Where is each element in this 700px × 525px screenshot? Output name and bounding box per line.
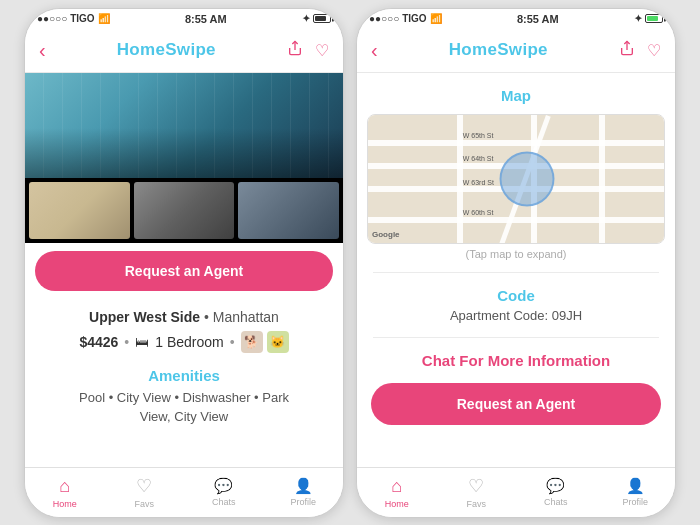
bed-icon: 🛏 bbox=[135, 334, 149, 350]
google-logo: Google bbox=[372, 230, 400, 239]
tab-home-label-2: Home bbox=[385, 499, 409, 509]
status-left-1: ●●○○○ TIGO 📶 bbox=[37, 13, 110, 24]
chat-link[interactable]: Chat For More Information bbox=[357, 342, 675, 379]
map-section-header: Map bbox=[357, 73, 675, 114]
tab-profile-2[interactable]: 👤 Profile bbox=[596, 477, 676, 507]
share-icon-1[interactable] bbox=[287, 40, 303, 60]
bluetooth-icon-2: ✦ bbox=[634, 13, 642, 24]
thumb-1 bbox=[29, 182, 130, 239]
street-label-3: W 63rd St bbox=[463, 179, 494, 186]
city: Manhattan bbox=[213, 309, 279, 325]
phone-2: ●●○○○ TIGO 📶 8:55 AM ✦ ‹ HomeSwipe bbox=[356, 8, 676, 518]
nav-actions-1: ♡ bbox=[287, 40, 329, 60]
cat-badge: 🐱 bbox=[267, 331, 289, 353]
tab-favs-label-2: Favs bbox=[466, 499, 486, 509]
content-2: Map W 65th St W 64th St bbox=[357, 73, 675, 467]
status-left-2: ●●○○○ TIGO 📶 bbox=[369, 13, 442, 24]
map-highlight-circle bbox=[500, 151, 555, 206]
chats-icon-1: 💬 bbox=[214, 477, 233, 495]
battery-fill-2 bbox=[647, 16, 658, 21]
listing-info: Upper West Side • Manhattan $4426 • 🛏 1 … bbox=[25, 299, 343, 359]
nav-bar-1: ‹ HomeSwipe ♡ bbox=[25, 29, 343, 73]
tab-chats-1[interactable]: 💬 Chats bbox=[184, 477, 264, 507]
map-title: Map bbox=[373, 87, 659, 104]
tab-chats-label-1: Chats bbox=[212, 497, 236, 507]
road-h-1 bbox=[368, 140, 664, 146]
tab-favs-1[interactable]: ♡ Favs bbox=[105, 475, 185, 509]
request-agent-btn-2[interactable]: Request an Agent bbox=[371, 383, 661, 425]
tab-home-1[interactable]: ⌂ Home bbox=[25, 476, 105, 509]
apt-code: Apartment Code: 09JH bbox=[373, 308, 659, 323]
content-1: Request an Agent Upper West Side • Manha… bbox=[25, 73, 343, 467]
favs-icon-1: ♡ bbox=[136, 475, 152, 497]
thumbnail-row bbox=[25, 178, 343, 243]
pet-icons: 🐕 🐱 bbox=[241, 331, 289, 353]
home-icon-2: ⌂ bbox=[391, 476, 402, 497]
heart-icon-2[interactable]: ♡ bbox=[647, 41, 661, 60]
time-2: 8:55 AM bbox=[517, 13, 559, 25]
tab-profile-label-2: Profile bbox=[622, 497, 648, 507]
code-section: Code Apartment Code: 09JH bbox=[357, 277, 675, 333]
tab-favs-2[interactable]: ♡ Favs bbox=[437, 475, 517, 509]
home-icon-1: ⌂ bbox=[59, 476, 70, 497]
tab-chats-2[interactable]: 💬 Chats bbox=[516, 477, 596, 507]
status-bar-1: ●●○○○ TIGO 📶 8:55 AM ✦ bbox=[25, 9, 343, 29]
street-label-4: W 60th St bbox=[463, 209, 494, 216]
bluetooth-icon-1: ✦ bbox=[302, 13, 310, 24]
request-agent-btn-1[interactable]: Request an Agent bbox=[35, 251, 333, 291]
thumb-3 bbox=[238, 182, 339, 239]
price: $4426 bbox=[79, 334, 118, 350]
battery-fill-1 bbox=[315, 16, 326, 21]
favs-icon-2: ♡ bbox=[468, 475, 484, 497]
pool-photo bbox=[25, 73, 343, 178]
status-right-1: ✦ bbox=[302, 13, 331, 24]
tab-home-label-1: Home bbox=[53, 499, 77, 509]
tab-bar-2: ⌂ Home ♡ Favs 💬 Chats 👤 Profile bbox=[357, 467, 675, 517]
chats-icon-2: 💬 bbox=[546, 477, 565, 495]
amenities-text: Pool • City View • Dishwasher • ParkView… bbox=[41, 388, 327, 427]
map-container[interactable]: W 65th St W 64th St W 63rd St W 60th St … bbox=[367, 114, 665, 244]
map-bg: W 65th St W 64th St W 63rd St W 60th St … bbox=[368, 115, 664, 243]
back-button-2[interactable]: ‹ bbox=[371, 39, 378, 62]
map-tap-hint: (Tap map to expand) bbox=[357, 244, 675, 268]
bullet-2: • bbox=[230, 334, 235, 350]
thumb-2 bbox=[134, 182, 235, 239]
wifi-icon-2: 📶 bbox=[430, 13, 442, 24]
road-v-3 bbox=[599, 115, 605, 243]
heart-icon-1[interactable]: ♡ bbox=[315, 41, 329, 60]
bedrooms: 1 Bedroom bbox=[155, 334, 223, 350]
carrier-1: TIGO bbox=[70, 13, 94, 24]
battery-1 bbox=[313, 14, 331, 23]
tab-profile-1[interactable]: 👤 Profile bbox=[264, 477, 344, 507]
back-button-1[interactable]: ‹ bbox=[39, 39, 46, 62]
share-icon-2[interactable] bbox=[619, 40, 635, 60]
phone-1: ●●○○○ TIGO 📶 8:55 AM ✦ ‹ HomeSwipe bbox=[24, 8, 344, 518]
road-h-4 bbox=[368, 217, 664, 223]
tab-profile-label-1: Profile bbox=[290, 497, 316, 507]
hero-image-1 bbox=[25, 73, 343, 243]
tab-favs-label-1: Favs bbox=[134, 499, 154, 509]
neighborhood: Upper West Side bbox=[89, 309, 200, 325]
app-title-1: HomeSwipe bbox=[117, 40, 216, 60]
location-sep: • bbox=[204, 309, 213, 325]
time-1: 8:55 AM bbox=[185, 13, 227, 25]
street-label-2: W 64th St bbox=[463, 155, 494, 162]
listing-location: Upper West Side • Manhattan bbox=[41, 309, 327, 325]
tab-bar-1: ⌂ Home ♡ Favs 💬 Chats 👤 Profile bbox=[25, 467, 343, 517]
app-title-2: HomeSwipe bbox=[449, 40, 548, 60]
status-right-2: ✦ bbox=[634, 13, 663, 24]
profile-icon-2: 👤 bbox=[626, 477, 645, 495]
phones-container: ●●○○○ TIGO 📶 8:55 AM ✦ ‹ HomeSwipe bbox=[24, 8, 676, 518]
nav-bar-2: ‹ HomeSwipe ♡ bbox=[357, 29, 675, 73]
amenities-title: Amenities bbox=[41, 367, 327, 384]
tab-chats-label-2: Chats bbox=[544, 497, 568, 507]
amenities-section: Amenities Pool • City View • Dishwasher … bbox=[25, 359, 343, 435]
signal-dots-1: ●●○○○ bbox=[37, 13, 67, 24]
battery-2 bbox=[645, 14, 663, 23]
tab-home-2[interactable]: ⌂ Home bbox=[357, 476, 437, 509]
price-row: $4426 • 🛏 1 Bedroom • 🐕 🐱 bbox=[41, 331, 327, 353]
pool-perspective bbox=[25, 128, 343, 178]
signal-dots-2: ●●○○○ bbox=[369, 13, 399, 24]
status-bar-2: ●●○○○ TIGO 📶 8:55 AM ✦ bbox=[357, 9, 675, 29]
bullet-1: • bbox=[124, 334, 129, 350]
